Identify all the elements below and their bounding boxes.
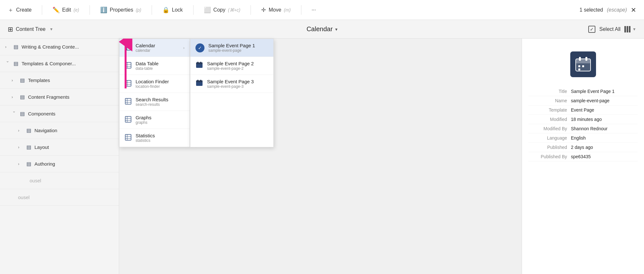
content-tree-button[interactable]: ⊞ Content Tree ▼ bbox=[8, 25, 53, 33]
info-row-published: Published 2 days ago bbox=[528, 143, 638, 152]
svg-rect-21 bbox=[125, 116, 131, 122]
datatable-icon bbox=[125, 62, 132, 70]
secondbar: ⊞ Content Tree ▼ Calendar ▾ ✓ Select All… bbox=[0, 20, 644, 39]
datatable-sub: data-table bbox=[136, 66, 158, 71]
svg-rect-39 bbox=[579, 57, 581, 61]
lock-button[interactable]: 🔒 Lock bbox=[162, 6, 183, 14]
copy-button[interactable]: ⬜ Copy (⌘+c) bbox=[204, 6, 241, 14]
more-button[interactable]: ··· bbox=[312, 7, 316, 13]
page2-sub: sample-event-page-2 bbox=[207, 66, 254, 71]
page3-title: Sample Event Page 3 bbox=[207, 79, 254, 84]
move-shortcut: (m) bbox=[284, 7, 291, 13]
authoring-label: Authoring bbox=[34, 161, 55, 167]
statistics-title: Statistics bbox=[136, 133, 155, 138]
search-results-title: Search Results bbox=[136, 97, 168, 102]
dropdown-item-graphs[interactable]: Graphs graphs bbox=[119, 111, 190, 129]
sidebar-item-templates[interactable]: › ▤ Templates bbox=[0, 72, 119, 89]
svg-rect-34 bbox=[196, 80, 203, 82]
lock-label: Lock bbox=[172, 7, 183, 13]
sidebar-item-templates-components[interactable]: › ▤ Templates & Componer... bbox=[0, 55, 119, 72]
calendar-type-icon bbox=[125, 44, 132, 52]
create-button[interactable]: ＋ Create bbox=[8, 6, 32, 14]
graphs-icon bbox=[125, 116, 132, 124]
svg-rect-8 bbox=[126, 49, 127, 50]
select-all-label[interactable]: Select All bbox=[599, 26, 620, 32]
statistics-icon bbox=[125, 134, 132, 142]
svg-rect-32 bbox=[200, 62, 201, 63]
chevron-down-icon: › bbox=[5, 61, 10, 66]
create-icon: ＋ bbox=[8, 6, 14, 14]
edit-button[interactable]: ✏️ Edit (e) bbox=[52, 6, 79, 14]
calendar-label: Calendar bbox=[307, 25, 333, 33]
move-button[interactable]: ✛ Move (m) bbox=[261, 6, 290, 14]
svg-rect-4 bbox=[126, 44, 127, 46]
templates-label: Templates bbox=[28, 78, 50, 83]
modified-val: 18 minutes ago bbox=[571, 117, 638, 122]
page-icon-4: ▤ bbox=[20, 94, 25, 100]
svg-rect-38 bbox=[576, 59, 591, 63]
dropdown-item-search-results[interactable]: Search Results search-results bbox=[119, 93, 190, 111]
svg-rect-5 bbox=[129, 44, 130, 46]
pages-item-2[interactable]: Sample Event Page 2 sample-event-page-2 bbox=[190, 57, 273, 75]
sidebar-item-layout[interactable]: › ▤ Layout bbox=[0, 139, 119, 156]
escape-text: (escape) bbox=[607, 7, 627, 13]
page3-sub: sample-event-page-3 bbox=[207, 84, 254, 89]
select-all-checkbox[interactable]: ✓ bbox=[588, 26, 595, 33]
columns-button[interactable]: ▼ bbox=[624, 26, 636, 32]
sidebar-item-components[interactable]: › ▤ Components bbox=[0, 105, 119, 122]
info-row-language: Language English bbox=[528, 133, 638, 143]
chevron-right-icon: › bbox=[5, 45, 10, 49]
svg-rect-43 bbox=[578, 68, 580, 70]
title-val: Sample Event Page 1 bbox=[571, 89, 638, 94]
page-icon: ▤ bbox=[14, 44, 18, 50]
sidebar-item-carousel-1[interactable]: ousel bbox=[0, 172, 119, 189]
search-results-icon bbox=[125, 98, 132, 106]
content-fragments-label: Content Fragments bbox=[28, 94, 69, 100]
language-val: English bbox=[571, 135, 638, 141]
dropdown-item-calendar[interactable]: Calendar calendar › bbox=[119, 39, 190, 57]
template-key: Template bbox=[528, 107, 567, 113]
calendar-page-icon-3 bbox=[195, 79, 203, 88]
sidebar-item-authoring[interactable]: › ▤ Authoring bbox=[0, 156, 119, 172]
edit-icon: ✏️ bbox=[52, 6, 60, 14]
components-label: Components bbox=[28, 111, 55, 116]
chevron-right-icon-3: › bbox=[12, 95, 17, 99]
toolbar-right: 1 selected (escape) ✕ bbox=[580, 6, 636, 14]
dropdown-item-statistics[interactable]: Statistics statistics bbox=[119, 129, 190, 147]
close-button[interactable]: ✕ bbox=[631, 6, 636, 14]
sidebar-item-navigation[interactable]: › ▤ Navigation bbox=[0, 122, 119, 139]
lock-icon: 🔒 bbox=[162, 6, 169, 14]
copy-icon: ⬜ bbox=[204, 6, 211, 14]
location-finder-title: Location Finder bbox=[136, 79, 169, 84]
svg-rect-6 bbox=[126, 48, 127, 49]
pages-item-3[interactable]: Sample Event Page 3 sample-event-page-3 bbox=[190, 75, 273, 93]
svg-rect-9 bbox=[125, 62, 131, 68]
calendar-type-sub: calendar bbox=[136, 48, 155, 53]
sidebar-item-writing[interactable]: › ▤ Writing & Creating Conte... bbox=[0, 39, 119, 55]
sidebar-item-content-fragments[interactable]: › ▤ Content Fragments bbox=[0, 89, 119, 105]
info-row-title: Title Sample Event Page 1 bbox=[528, 87, 638, 96]
dropdown-item-location-finder[interactable]: Location Finder location-finder bbox=[119, 75, 190, 93]
svg-rect-7 bbox=[128, 48, 129, 49]
more-label: ··· bbox=[312, 7, 316, 13]
title-key: Title bbox=[528, 89, 567, 94]
datatable-title: Data Table bbox=[136, 61, 158, 66]
separator-2 bbox=[90, 5, 90, 15]
modified-by-val: Shannon Rednour bbox=[571, 126, 638, 131]
pages-item-1[interactable]: ✓ Sample Event Page 1 sample-event-page bbox=[190, 39, 273, 57]
svg-rect-42 bbox=[582, 65, 584, 67]
svg-rect-35 bbox=[197, 80, 198, 81]
properties-label: Properties bbox=[110, 7, 133, 13]
dropdown-item-datatable[interactable]: Data Table data-table bbox=[119, 57, 190, 75]
calendar-dropdown-button[interactable]: Calendar ▾ bbox=[307, 25, 337, 33]
svg-rect-40 bbox=[585, 57, 587, 61]
calendar-arrow-icon: › bbox=[183, 46, 185, 50]
sidebar-item-carousel-2[interactable]: ousel bbox=[0, 189, 119, 206]
copy-shortcut: (⌘+c) bbox=[228, 7, 241, 13]
modified-key: Modified bbox=[528, 117, 567, 122]
properties-button[interactable]: ℹ️ Properties (p) bbox=[100, 6, 141, 14]
panel-calendar-icon bbox=[570, 51, 596, 77]
separator-3 bbox=[152, 5, 152, 15]
carousel-label-1: ousel bbox=[30, 178, 41, 183]
toolbar: ＋ Create ✏️ Edit (e) ℹ️ Properties (p) 🔒… bbox=[0, 0, 644, 20]
